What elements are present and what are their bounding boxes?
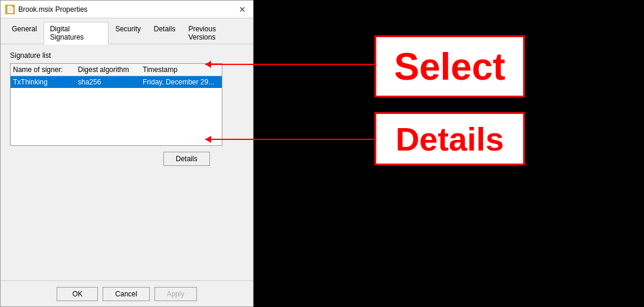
dialog-title: Brook.msix Properties [18, 5, 87, 14]
col-header-name: Name of signer: [13, 66, 78, 74]
signature-list-box[interactable]: Name of signer: Digest algorithm Timesta… [10, 63, 222, 146]
signature-row[interactable]: TxThinking sha256 Friday, December 29... [11, 76, 222, 88]
ok-button[interactable]: OK [57, 287, 98, 301]
section-label: Signature list [10, 51, 244, 60]
title-bar: 📄 Brook.msix Properties ✕ [1, 1, 253, 18]
details-button[interactable]: Details [163, 152, 210, 166]
close-button[interactable]: ✕ [236, 4, 248, 15]
list-header: Name of signer: Digest algorithm Timesta… [11, 64, 222, 76]
tab-bar: General Digital Signatures Security Deta… [1, 18, 253, 44]
tab-security[interactable]: Security [109, 22, 147, 44]
apply-button[interactable]: Apply [155, 287, 197, 301]
arrow-select [205, 64, 377, 65]
timestamp-value: Friday, December 29... [143, 78, 219, 86]
annotation-select-box: Select [374, 35, 525, 97]
annotation-select-label: Select [394, 45, 505, 89]
file-icon: 📄 [5, 5, 15, 14]
tab-details[interactable]: Details [147, 22, 182, 44]
arrow-details [205, 139, 377, 140]
signer-name: TxThinking [13, 78, 78, 86]
bottom-bar: OK Cancel Apply [1, 280, 253, 306]
properties-dialog: 📄 Brook.msix Properties ✕ General Digita… [0, 0, 254, 307]
cancel-button[interactable]: Cancel [103, 287, 149, 301]
tab-previous-versions[interactable]: Previous Versions [182, 22, 248, 44]
tab-general[interactable]: General [5, 22, 44, 44]
col-header-digest: Digest algorithm [78, 66, 143, 74]
digest-algorithm: sha256 [78, 78, 143, 86]
annotation-details-label: Details [396, 120, 504, 158]
annotation-details-box: Details [374, 112, 525, 165]
tab-digital-signatures[interactable]: Digital Signatures [44, 22, 109, 44]
title-bar-left: 📄 Brook.msix Properties [5, 5, 87, 14]
